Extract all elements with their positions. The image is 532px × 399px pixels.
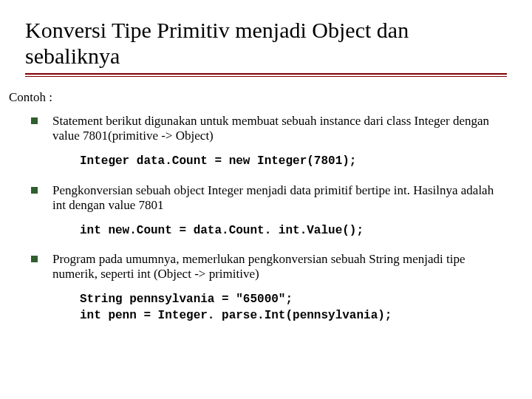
square-bullet-icon bbox=[31, 117, 38, 124]
item-text: Program pada umumnya, memerlukan pengkon… bbox=[52, 252, 507, 282]
page-title: Konversi Tipe Primitiv menjadi Object da… bbox=[25, 18, 507, 69]
list-item: Pengkonversian sebuah object Integer men… bbox=[31, 183, 507, 213]
list-item: Statement berikut digunakan untuk membua… bbox=[31, 114, 507, 143]
code-block: String pennsylvania = "65000"; int penn … bbox=[80, 292, 507, 324]
code-block: int new.Count = data.Count. int.Value(); bbox=[80, 223, 507, 239]
square-bullet-icon bbox=[31, 187, 38, 194]
list-item: Program pada umumnya, memerlukan pengkon… bbox=[31, 252, 507, 282]
item-text: Pengkonversian sebuah object Integer men… bbox=[52, 183, 507, 213]
subheading: Contoh : bbox=[9, 90, 507, 105]
square-bullet-icon bbox=[31, 256, 38, 262]
code-block: Integer data.Count = new Integer(7801); bbox=[80, 154, 507, 170]
title-rule bbox=[25, 73, 507, 77]
slide: Konversi Tipe Primitiv menjadi Object da… bbox=[0, 0, 532, 345]
item-text: Statement berikut digunakan untuk membua… bbox=[52, 114, 507, 143]
